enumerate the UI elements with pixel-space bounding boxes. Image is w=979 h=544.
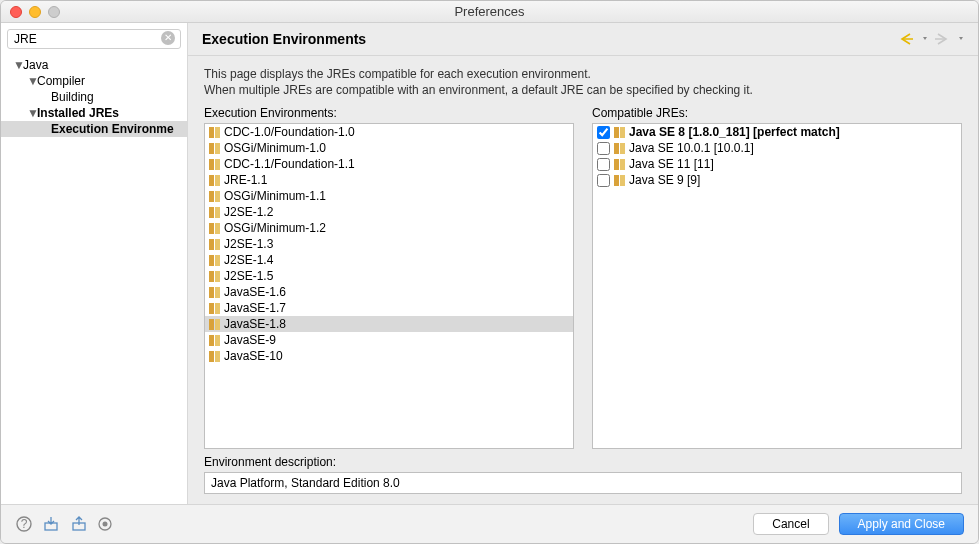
back-menu-icon[interactable]: [922, 32, 928, 46]
tree-twist-icon[interactable]: ▼: [27, 106, 37, 120]
compatible-jre-label: Java SE 11 [11]: [629, 157, 714, 171]
jre-icon: [209, 303, 220, 314]
compatible-jre-item[interactable]: Java SE 10.0.1 [10.0.1]: [593, 140, 961, 156]
environment-item-label: J2SE-1.2: [224, 205, 273, 219]
jre-icon: [209, 239, 220, 250]
tree-item[interactable]: ▼Compiler: [1, 73, 187, 89]
jre-icon: [209, 143, 220, 154]
footer: ? Cancel Apply and Close: [1, 504, 978, 543]
environment-item-label: OSGi/Minimum-1.1: [224, 189, 326, 203]
main-panel: Execution Environments This page display…: [188, 23, 978, 504]
jre-checkbox[interactable]: [597, 174, 610, 187]
jre-checkbox[interactable]: [597, 158, 610, 171]
environment-item-label: JavaSE-1.7: [224, 301, 286, 315]
tree-item[interactable]: Execution Environme: [1, 121, 187, 137]
environment-item-label: CDC-1.0/Foundation-1.0: [224, 125, 355, 139]
compatible-jre-label: Java SE 8 [1.8.0_181] [perfect match]: [629, 125, 840, 139]
tree-twist-icon[interactable]: ▼: [13, 58, 23, 72]
environment-item[interactable]: JavaSE-1.6: [205, 284, 573, 300]
jre-icon: [614, 159, 625, 170]
environment-item[interactable]: CDC-1.0/Foundation-1.0: [205, 124, 573, 140]
environment-item[interactable]: JavaSE-1.8: [205, 316, 573, 332]
environment-item[interactable]: CDC-1.1/Foundation-1.1: [205, 156, 573, 172]
jre-icon: [209, 159, 220, 170]
forward-menu-icon[interactable]: [958, 32, 964, 46]
environments-label: Execution Environments:: [204, 106, 574, 120]
titlebar: Preferences: [1, 1, 978, 23]
help-icon[interactable]: ?: [15, 515, 33, 533]
jre-icon: [209, 319, 220, 330]
environment-item[interactable]: J2SE-1.3: [205, 236, 573, 252]
environment-item[interactable]: JavaSE-9: [205, 332, 573, 348]
tree-item[interactable]: Building: [1, 89, 187, 105]
apply-and-close-button[interactable]: Apply and Close: [839, 513, 964, 535]
environment-item[interactable]: J2SE-1.5: [205, 268, 573, 284]
jre-icon: [209, 351, 220, 362]
jre-icon: [209, 127, 220, 138]
jre-icon: [614, 143, 625, 154]
jre-icon: [209, 271, 220, 282]
compatible-jres-label: Compatible JREs:: [592, 106, 962, 120]
environment-item[interactable]: OSGi/Minimum-1.0: [205, 140, 573, 156]
window-title: Preferences: [1, 4, 978, 19]
jre-icon: [614, 175, 625, 186]
environment-item-label: OSGi/Minimum-1.0: [224, 141, 326, 155]
svg-text:?: ?: [21, 517, 28, 531]
jre-icon: [614, 127, 625, 138]
preference-tree: ▼Java▼CompilerBuilding▼Installed JREsExe…: [1, 55, 187, 504]
environment-item[interactable]: JRE-1.1: [205, 172, 573, 188]
environment-item[interactable]: JavaSE-1.7: [205, 300, 573, 316]
environment-item[interactable]: JavaSE-10: [205, 348, 573, 364]
jre-icon: [209, 335, 220, 346]
env-description-value: Java Platform, Standard Edition 8.0: [204, 472, 962, 494]
tree-item[interactable]: ▼Java: [1, 57, 187, 73]
environment-item-label: J2SE-1.4: [224, 253, 273, 267]
search-input[interactable]: [7, 29, 181, 49]
forward-arrow-icon[interactable]: [934, 32, 952, 46]
jre-checkbox[interactable]: [597, 142, 610, 155]
tree-item-label: Java: [23, 58, 48, 72]
environment-item[interactable]: J2SE-1.4: [205, 252, 573, 268]
compatible-jre-item[interactable]: Java SE 9 [9]: [593, 172, 961, 188]
compatible-jre-label: Java SE 10.0.1 [10.0.1]: [629, 141, 754, 155]
environments-list[interactable]: CDC-1.0/Foundation-1.0OSGi/Minimum-1.0CD…: [204, 123, 574, 449]
export-icon[interactable]: [69, 515, 89, 533]
import-icon[interactable]: [41, 515, 61, 533]
compatible-jre-item[interactable]: Java SE 8 [1.8.0_181] [perfect match]: [593, 124, 961, 140]
environment-item[interactable]: OSGi/Minimum-1.2: [205, 220, 573, 236]
environment-item-label: CDC-1.1/Foundation-1.1: [224, 157, 355, 171]
back-arrow-icon[interactable]: [898, 32, 916, 46]
tree-item[interactable]: ▼Installed JREs: [1, 105, 187, 121]
cancel-button[interactable]: Cancel: [753, 513, 828, 535]
environment-item-label: J2SE-1.5: [224, 269, 273, 283]
environment-item-label: JavaSE-1.6: [224, 285, 286, 299]
oomph-icon[interactable]: [97, 516, 113, 532]
environment-item-label: JavaSE-10: [224, 349, 283, 363]
compatible-jres-list[interactable]: Java SE 8 [1.8.0_181] [perfect match]Jav…: [592, 123, 962, 449]
environment-item-label: OSGi/Minimum-1.2: [224, 221, 326, 235]
clear-search-icon[interactable]: ✕: [161, 31, 175, 45]
jre-icon: [209, 223, 220, 234]
jre-icon: [209, 287, 220, 298]
environment-item-label: J2SE-1.3: [224, 237, 273, 251]
tree-twist-icon[interactable]: ▼: [27, 74, 37, 88]
jre-icon: [209, 255, 220, 266]
environment-item-label: JavaSE-9: [224, 333, 276, 347]
environment-item[interactable]: J2SE-1.2: [205, 204, 573, 220]
page-description: This page displays the JREs compatible f…: [188, 56, 978, 106]
compatible-jre-item[interactable]: Java SE 11 [11]: [593, 156, 961, 172]
sidebar: ✕ ▼Java▼CompilerBuilding▼Installed JREsE…: [1, 23, 188, 504]
environment-item[interactable]: OSGi/Minimum-1.1: [205, 188, 573, 204]
compatible-jre-label: Java SE 9 [9]: [629, 173, 700, 187]
jre-checkbox[interactable]: [597, 126, 610, 139]
svg-point-5: [103, 522, 108, 527]
page-title: Execution Environments: [202, 31, 898, 47]
tree-item-label: Building: [51, 90, 94, 104]
history-nav: [898, 32, 964, 46]
tree-item-label: Installed JREs: [37, 106, 119, 120]
jre-icon: [209, 175, 220, 186]
tree-item-label: Compiler: [37, 74, 85, 88]
tree-item-label: Execution Environme: [51, 122, 174, 136]
jre-icon: [209, 207, 220, 218]
jre-icon: [209, 191, 220, 202]
